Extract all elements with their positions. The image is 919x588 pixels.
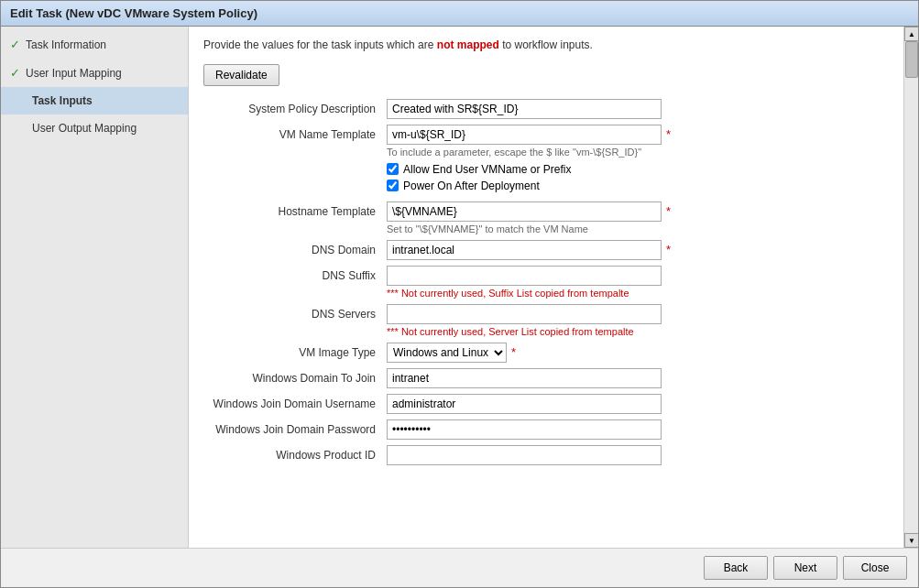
control-dns-suffix: *** Not currently used, Suffix List copi… — [387, 266, 889, 299]
required-star-dns-domain: * — [666, 243, 671, 256]
field-dns-servers: DNS Servers *** Not currently used, Serv… — [203, 304, 889, 337]
hint-vm-name-template: To include a parameter, escape the $ lik… — [387, 147, 889, 158]
scroll-up-arrow[interactable]: ▲ — [904, 27, 918, 41]
field-dns-domain: DNS Domain * — [203, 240, 889, 260]
input-dns-servers[interactable] — [387, 304, 662, 324]
input-system-policy-description[interactable] — [387, 99, 662, 119]
label-dns-domain: DNS Domain — [203, 240, 387, 256]
field-windows-join-username: Windows Join Domain Username — [203, 394, 889, 414]
checkbox-power-on: Power On After Deployment — [387, 180, 889, 192]
label-vm-image-type: VM Image Type — [203, 343, 387, 359]
sidebar-item-task-inputs[interactable]: Task Inputs — [1, 87, 188, 114]
main-window: Edit Task (New vDC VMware System Policy)… — [0, 0, 919, 588]
input-hostname-template[interactable] — [387, 201, 662, 222]
label-windows-domain-join: Windows Domain To Join — [203, 368, 387, 385]
input-dns-domain[interactable] — [387, 240, 662, 260]
input-windows-join-username[interactable] — [387, 394, 662, 414]
control-windows-domain-join — [387, 368, 889, 388]
check-icon-2: ✓ — [10, 66, 20, 80]
description-start: Provide the values for the task inputs w… — [203, 38, 437, 51]
window-title: Edit Task (New vDC VMware System Policy) — [10, 6, 257, 20]
footer: Back Next Close — [1, 548, 918, 587]
scrollbar-track: ▲ ▼ — [903, 27, 918, 548]
input-windows-product-id[interactable] — [387, 445, 662, 465]
input-windows-join-password[interactable] — [387, 419, 662, 440]
control-dns-servers: *** Not currently used, Server List copi… — [387, 304, 889, 337]
main-panel: Provide the values for the task inputs w… — [189, 27, 903, 548]
revalidate-button[interactable]: Revalidate — [203, 64, 279, 86]
required-star-hostname: * — [666, 204, 671, 218]
next-button[interactable]: Next — [773, 556, 837, 580]
control-vm-name-template: * To include a parameter, escape the $ l… — [387, 125, 889, 158]
field-system-policy-description: System Policy Description — [203, 99, 889, 119]
checkbox-power-on-label: Power On After Deployment — [403, 180, 540, 192]
description: Provide the values for the task inputs w… — [203, 38, 889, 53]
control-windows-product-id — [387, 445, 889, 465]
label-vm-name-template: VM Name Template — [203, 125, 387, 141]
control-windows-join-username — [387, 394, 889, 414]
check-icon: ✓ — [10, 38, 20, 51]
field-vm-name-template: VM Name Template * To include a paramete… — [203, 125, 889, 158]
content-area: ✓ Task Information ✓ User Input Mapping … — [1, 27, 918, 548]
control-hostname-template: * Set to "\${VMNAME}" to match the VM Na… — [387, 201, 889, 234]
input-windows-domain-join[interactable] — [387, 368, 662, 388]
label-hostname-template: Hostname Template — [203, 201, 387, 218]
sidebar-item-user-input-mapping[interactable]: ✓ User Input Mapping — [1, 59, 188, 87]
sidebar-label-user-input-mapping: User Input Mapping — [26, 67, 122, 80]
input-dns-suffix[interactable] — [387, 266, 662, 286]
input-vm-name-template[interactable] — [387, 125, 662, 145]
control-windows-join-password — [387, 419, 889, 440]
sidebar: ✓ Task Information ✓ User Input Mapping … — [1, 27, 189, 548]
label-dns-servers: DNS Servers — [203, 304, 387, 321]
control-system-policy-description — [387, 99, 889, 119]
scrollbar-thumb[interactable] — [905, 41, 918, 78]
required-star-vm-image-type: * — [511, 345, 516, 359]
label-windows-product-id: Windows Product ID — [203, 445, 387, 462]
label-windows-join-password: Windows Join Domain Password — [203, 419, 387, 436]
field-dns-suffix: DNS Suffix *** Not currently used, Suffi… — [203, 266, 889, 299]
sidebar-label-task-information: Task Information — [26, 38, 106, 51]
checkbox-allow-enduser-label: Allow End User VMName or Prefix — [403, 163, 571, 176]
checkbox-allow-enduser-input[interactable] — [387, 163, 399, 175]
field-vm-image-type: VM Image Type Windows and Linux Windows … — [203, 343, 889, 363]
title-bar: Edit Task (New vDC VMware System Policy) — [1, 1, 918, 27]
close-button[interactable]: Close — [843, 556, 907, 580]
description-end: to workflow inputs. — [499, 38, 593, 51]
sidebar-label-user-output-mapping: User Output Mapping — [32, 122, 137, 135]
sidebar-item-task-information[interactable]: ✓ Task Information — [1, 30, 188, 59]
hint-dns-servers: *** Not currently used, Server List copi… — [387, 326, 889, 337]
sidebar-label-task-inputs: Task Inputs — [32, 94, 93, 107]
label-dns-suffix: DNS Suffix — [203, 266, 387, 282]
description-highlight: not mapped — [437, 38, 499, 51]
select-wrapper-vm-image-type: Windows and Linux Windows Linux — [387, 343, 507, 363]
control-dns-domain: * — [387, 240, 889, 260]
back-button[interactable]: Back — [704, 556, 768, 580]
main-content: Provide the values for the task inputs w… — [189, 27, 903, 548]
label-system-policy-description: System Policy Description — [203, 99, 387, 115]
field-hostname-template: Hostname Template * Set to "\${VMNAME}" … — [203, 201, 889, 234]
control-vm-image-type: Windows and Linux Windows Linux * — [387, 343, 889, 363]
field-windows-join-password: Windows Join Domain Password — [203, 419, 889, 440]
label-windows-join-username: Windows Join Domain Username — [203, 394, 387, 410]
hint-hostname-template: Set to "\${VMNAME}" to match the VM Name — [387, 223, 889, 234]
scroll-down-arrow[interactable]: ▼ — [904, 533, 918, 548]
checkbox-power-on-input[interactable] — [387, 180, 399, 191]
checkbox-allow-enduser-vmname: Allow End User VMName or Prefix — [387, 163, 889, 176]
required-star-vm-name: * — [666, 127, 671, 141]
hint-dns-suffix: *** Not currently used, Suffix List copi… — [387, 288, 889, 299]
select-vm-image-type[interactable]: Windows and Linux Windows Linux — [387, 343, 507, 363]
field-windows-product-id: Windows Product ID — [203, 445, 889, 465]
sidebar-item-user-output-mapping[interactable]: User Output Mapping — [1, 114, 188, 142]
field-windows-domain-join: Windows Domain To Join — [203, 368, 889, 388]
